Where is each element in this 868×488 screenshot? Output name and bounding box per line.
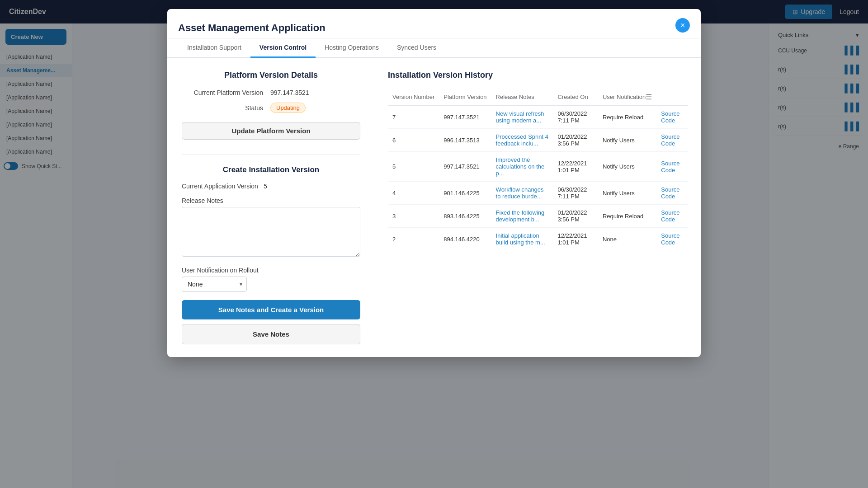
th-release-notes: Release Notes — [491, 89, 553, 105]
modal-title: Asset Management Application — [178, 22, 326, 34]
user-notification-select-wrap: None Notify Users Require Reload ▾ — [182, 277, 247, 292]
cell-platform-version-2: 997.147.3521 — [439, 152, 491, 182]
cell-source-code-0[interactable]: Source Code — [656, 105, 688, 129]
history-table-header-row: Version Number Platform Version Release … — [388, 89, 688, 105]
current-app-version-label: Current Application Version — [182, 183, 258, 190]
cell-version-number-3: 4 — [388, 182, 439, 205]
release-notes-link-5[interactable]: Initial application build using the m... — [496, 232, 545, 246]
source-code-link-2[interactable]: Source Code — [661, 160, 679, 174]
current-app-version-row: Current Application Version 5 — [182, 183, 360, 190]
cell-source-code-1[interactable]: Source Code — [656, 129, 688, 152]
source-code-link-1[interactable]: Source Code — [661, 133, 679, 147]
cell-user-notification-3: Notify Users — [598, 182, 656, 205]
user-notification-label: User Notification on Rollout — [182, 267, 360, 274]
th-created-on-label: Created On — [557, 94, 588, 100]
cell-version-number-2: 5 — [388, 152, 439, 182]
cell-created-on-3: 06/30/2022 7:11 PM — [553, 182, 598, 205]
platform-version-title: Platform Version Details — [182, 70, 360, 80]
cell-platform-version-5: 894.146.4220 — [439, 228, 491, 251]
cell-created-on-1: 01/20/2022 3:56 PM — [553, 129, 598, 152]
cell-platform-version-0: 997.147.3521 — [439, 105, 491, 129]
save-notes-create-version-button[interactable]: Save Notes and Create a Version — [182, 300, 360, 319]
cell-release-notes-4[interactable]: Fixed the following development b... — [491, 205, 553, 228]
current-platform-label: Current Platform Version — [182, 89, 263, 96]
table-row: 7 997.147.3521 New visual refresh using … — [388, 105, 688, 129]
th-platform-version: Platform Version — [439, 89, 491, 105]
cell-source-code-4[interactable]: Source Code — [656, 205, 688, 228]
tab-version-control[interactable]: Version Control — [250, 38, 316, 58]
cell-created-on-4: 01/20/2022 3:56 PM — [553, 205, 598, 228]
source-code-link-4[interactable]: Source Code — [661, 209, 679, 223]
cell-created-on-2: 12/22/2021 1:01 PM — [553, 152, 598, 182]
th-version-number-label: Version Number — [392, 94, 434, 100]
release-notes-link-0[interactable]: New visual refresh using modern a... — [496, 110, 544, 124]
cell-source-code-5[interactable]: Source Code — [656, 228, 688, 251]
th-source-code — [656, 89, 688, 105]
th-user-notification: User Notification ☰ — [598, 89, 656, 105]
create-installation-title: Create Installation Version — [182, 165, 360, 174]
user-notification-field: User Notification on Rollout None Notify… — [182, 267, 360, 292]
modal-header: Asset Management Application × — [167, 9, 701, 38]
cell-release-notes-1[interactable]: Proccessed Sprint 4 feedback inclu... — [491, 129, 553, 152]
status-row: Status Updating — [182, 103, 360, 113]
th-user-notification-label: User Notification — [603, 94, 646, 100]
th-created-on: Created On — [553, 89, 598, 105]
source-code-link-5[interactable]: Source Code — [661, 232, 679, 246]
right-panel-history: Installation Version History Version Num… — [375, 58, 701, 357]
cell-created-on-5: 12/22/2021 1:01 PM — [553, 228, 598, 251]
cell-release-notes-2[interactable]: Improved the calculations on the p... — [491, 152, 553, 182]
modal: Asset Management Application × Installat… — [167, 9, 701, 357]
table-row: 2 894.146.4220 Initial application build… — [388, 228, 688, 251]
current-app-version-value: 5 — [264, 183, 267, 190]
modal-body: Platform Version Details Current Platfor… — [167, 58, 701, 357]
history-table: Version Number Platform Version Release … — [388, 89, 688, 250]
cell-platform-version-1: 996.147.3513 — [439, 129, 491, 152]
history-table-body: 7 997.147.3521 New visual refresh using … — [388, 105, 688, 250]
cell-release-notes-3[interactable]: Workflow changes to reduce burde... — [491, 182, 553, 205]
release-notes-link-1[interactable]: Proccessed Sprint 4 feedback inclu... — [496, 133, 548, 147]
th-release-notes-label: Release Notes — [496, 94, 534, 100]
cell-user-notification-1: Notify Users — [598, 129, 656, 152]
tab-hosting-operations[interactable]: Hosting Operations — [316, 38, 388, 58]
cell-version-number-4: 3 — [388, 205, 439, 228]
source-code-link-0[interactable]: Source Code — [661, 110, 679, 124]
modal-close-button[interactable]: × — [675, 18, 690, 33]
status-label: Status — [182, 104, 263, 112]
tab-installation-support[interactable]: Installation Support — [178, 38, 250, 58]
cell-version-number-1: 6 — [388, 129, 439, 152]
user-notification-select[interactable]: None Notify Users Require Reload — [182, 277, 247, 292]
filter-icon[interactable]: ☰ — [646, 93, 652, 101]
cell-source-code-2[interactable]: Source Code — [656, 152, 688, 182]
release-notes-link-4[interactable]: Fixed the following development b... — [496, 209, 545, 223]
cell-user-notification-2: Notify Users — [598, 152, 656, 182]
current-platform-row: Current Platform Version 997.147.3521 — [182, 89, 360, 96]
release-notes-link-2[interactable]: Improved the calculations on the p... — [496, 156, 545, 177]
source-code-link-3[interactable]: Source Code — [661, 186, 679, 200]
status-badge: Updating — [270, 103, 306, 113]
cell-release-notes-5[interactable]: Initial application build using the m... — [491, 228, 553, 251]
release-notes-field: Release Notes — [182, 197, 360, 258]
cell-platform-version-4: 893.146.4225 — [439, 205, 491, 228]
left-panel: Platform Version Details Current Platfor… — [167, 58, 375, 357]
release-notes-link-3[interactable]: Workflow changes to reduce burde... — [496, 186, 544, 200]
section-divider — [182, 154, 360, 155]
release-notes-textarea[interactable] — [182, 207, 360, 257]
cell-source-code-3[interactable]: Source Code — [656, 182, 688, 205]
table-row: 3 893.146.4225 Fixed the following devel… — [388, 205, 688, 228]
cell-user-notification-0: Require Reload — [598, 105, 656, 129]
table-row: 4 901.146.4225 Workflow changes to reduc… — [388, 182, 688, 205]
th-version-number: Version Number — [388, 89, 439, 105]
tab-synced-users[interactable]: Synced Users — [388, 38, 445, 58]
th-platform-version-label: Platform Version — [443, 94, 486, 100]
modal-tabs: Installation Support Version Control Hos… — [167, 38, 701, 58]
cell-user-notification-4: Require Reload — [598, 205, 656, 228]
cell-version-number-0: 7 — [388, 105, 439, 129]
modal-overlay: Asset Management Application × Installat… — [0, 0, 868, 488]
save-notes-button[interactable]: Save Notes — [182, 324, 360, 344]
current-platform-value: 997.147.3521 — [270, 89, 309, 96]
cell-version-number-5: 2 — [388, 228, 439, 251]
update-platform-version-button[interactable]: Update Platform Version — [182, 122, 360, 140]
cell-platform-version-3: 901.146.4225 — [439, 182, 491, 205]
cell-release-notes-0[interactable]: New visual refresh using modern a... — [491, 105, 553, 129]
table-row: 6 996.147.3513 Proccessed Sprint 4 feedb… — [388, 129, 688, 152]
